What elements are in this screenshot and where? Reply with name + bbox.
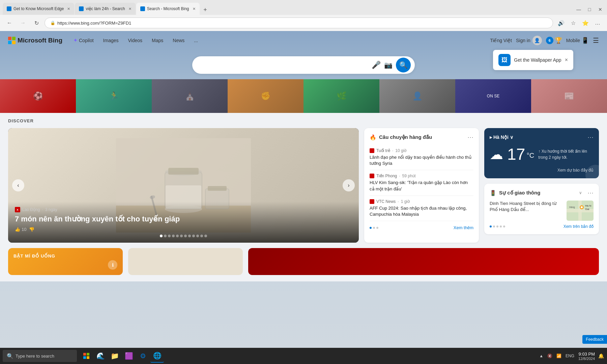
- read-aloud-button[interactable]: 🔊: [556, 18, 567, 28]
- collections-button[interactable]: ⭐: [580, 18, 591, 28]
- search-button[interactable]: 🔍: [396, 58, 411, 72]
- news-item-3[interactable]: VTC News · 1 giờ AFF Cup 2024: Sao nhập …: [370, 196, 473, 221]
- weather-location[interactable]: ▸ Hà Nội ∨: [490, 134, 513, 140]
- bottom-card-1[interactable]: BẬT MÍ ĐỒ UỐNG ℹ: [8, 248, 123, 275]
- article-prev-button[interactable]: ‹: [12, 179, 24, 191]
- article-dot-6[interactable]: [180, 235, 183, 237]
- microphone-icon[interactable]: 🎤: [372, 61, 381, 69]
- news-dot-1[interactable]: [370, 227, 372, 229]
- news-thumb-5[interactable]: 🌿: [304, 79, 379, 113]
- news-dot-2[interactable]: [373, 227, 375, 229]
- tab-1-close[interactable]: ✕: [67, 7, 70, 11]
- nav-copilot[interactable]: ✦ Copilot: [69, 35, 98, 46]
- traffic-dot-3[interactable]: [496, 225, 498, 228]
- article-dot-1[interactable]: [160, 235, 163, 237]
- bing-logo[interactable]: Microsoft Bing: [8, 37, 62, 44]
- taskbar-app-office[interactable]: 🟪: [122, 349, 136, 363]
- rewards-button[interactable]: 6 🏆: [546, 37, 562, 44]
- news-thumb-6[interactable]: 👤: [379, 79, 455, 113]
- taskbar-clock[interactable]: 9:03 PM 12/8/2024: [578, 352, 595, 361]
- traffic-dot-1[interactable]: [490, 225, 492, 228]
- nav-videos[interactable]: Videos: [124, 36, 147, 45]
- taskbar-search[interactable]: 🔍 Type here to search: [3, 350, 77, 362]
- news-thumb-7[interactable]: ON SE: [455, 79, 531, 113]
- news-item-1-time: 10 giờ: [395, 148, 406, 153]
- forward-button[interactable]: →: [18, 18, 28, 28]
- settings-button[interactable]: …: [592, 18, 603, 28]
- traffic-more-button[interactable]: ⋯: [587, 189, 594, 196]
- new-tab-button[interactable]: +: [200, 5, 210, 15]
- maximize-button[interactable]: □: [585, 5, 594, 13]
- article-dot-7[interactable]: [184, 235, 187, 237]
- bottom-card-3[interactable]: [248, 248, 599, 275]
- article-dot-5[interactable]: [176, 235, 179, 237]
- language-indicator[interactable]: ENG: [564, 354, 576, 358]
- minimize-button[interactable]: —: [575, 5, 583, 13]
- nav-news[interactable]: News: [169, 36, 189, 45]
- network-icon[interactable]: 📶: [555, 354, 563, 358]
- news-card-more-button[interactable]: ⋯: [467, 133, 473, 141]
- camera-search-icon[interactable]: 📷: [384, 61, 393, 69]
- main-article-card[interactable]: ‹ › X Lao Động · 3 ngày 7 món nên ăn thư…: [8, 128, 359, 243]
- wallpaper-popup-close-button[interactable]: ×: [565, 57, 568, 63]
- nav-images[interactable]: Images: [99, 36, 123, 45]
- article-dot-4[interactable]: [172, 235, 175, 237]
- address-input[interactable]: 🔒 https://www.bing.com/?FORM=Z9FD1: [45, 18, 553, 28]
- search-input[interactable]: [198, 62, 368, 68]
- refresh-button[interactable]: ↻: [31, 18, 42, 28]
- notification-button[interactable]: 🔔: [598, 353, 604, 359]
- article-dot-10[interactable]: [196, 235, 199, 237]
- tab-2-close[interactable]: ✕: [128, 7, 132, 11]
- tab-2[interactable]: việc làm 24h - Search ✕: [75, 3, 135, 15]
- signin-button[interactable]: Sign in 👤: [516, 36, 542, 45]
- like-button[interactable]: 👍 10: [15, 227, 26, 232]
- news-item-2[interactable]: Tiền Phong · 59 phút HLV Kim Sang-sik: '…: [370, 170, 473, 195]
- news-dot-3[interactable]: [376, 227, 378, 229]
- article-source: X Lao Động · 3 ngày: [15, 207, 352, 212]
- news-thumb-1[interactable]: ⚽: [0, 79, 76, 113]
- language-selector[interactable]: Tiếng Việt: [490, 38, 512, 43]
- close-window-button[interactable]: ✕: [596, 5, 604, 13]
- back-button[interactable]: ←: [4, 18, 15, 28]
- article-dot-9[interactable]: [192, 235, 195, 237]
- tab-3-close[interactable]: ✕: [193, 7, 196, 11]
- article-dot-3[interactable]: [168, 235, 171, 237]
- taskbar-app-edge[interactable]: 🌊: [94, 349, 107, 363]
- volume-icon[interactable]: 🔇: [546, 354, 554, 358]
- traffic-dot-4[interactable]: [500, 225, 502, 228]
- feedback-button[interactable]: Feedback: [582, 335, 607, 344]
- news-thumb-3[interactable]: ⛪: [152, 79, 228, 113]
- taskbar-app-edge-active[interactable]: 🌐: [150, 349, 164, 363]
- favorites-button[interactable]: ☆: [568, 18, 579, 28]
- map-link[interactable]: Xem trên bản đồ: [563, 224, 594, 229]
- weather-more-button[interactable]: ⋯: [587, 133, 594, 141]
- tab-3[interactable]: Search - Microsoft Bing ✕: [136, 3, 200, 15]
- hamburger-menu-button[interactable]: ☰: [593, 36, 599, 44]
- taskbar-app-5[interactable]: ⚙: [136, 349, 150, 363]
- tab-1[interactable]: Get to Know Microsoft Edge ✕: [3, 3, 74, 15]
- mobile-button[interactable]: Mobile 📱: [566, 37, 589, 44]
- nav-maps[interactable]: Maps: [148, 36, 167, 45]
- traffic-dot-2[interactable]: [493, 225, 495, 228]
- article-dot-8[interactable]: [188, 235, 191, 237]
- bottom-card-2[interactable]: [128, 248, 243, 275]
- article-next-button[interactable]: ›: [343, 179, 355, 191]
- news-thumb-2[interactable]: 🏃: [76, 79, 152, 113]
- news-thumb-4[interactable]: ✊: [228, 79, 304, 113]
- right-column: ▸ Hà Nội ∨ ⋯ ☁ 17 °C ↑: [484, 128, 599, 243]
- news-thumb-8[interactable]: 📰: [531, 79, 607, 113]
- taskbar-windows-button[interactable]: [80, 349, 93, 363]
- article-dot-11[interactable]: [200, 235, 203, 237]
- news-item-1[interactable]: Tuổi trẻ · 10 giờ Lãnh đạo phe nổi dậy t…: [370, 145, 473, 170]
- traffic-dot-5[interactable]: [503, 225, 505, 228]
- dislike-button[interactable]: 👎: [29, 227, 34, 232]
- traffic-map[interactable]: Hà N Gai Hàng: [567, 201, 594, 221]
- nav-more[interactable]: ...: [190, 36, 202, 45]
- info-icon[interactable]: ℹ: [108, 260, 117, 270]
- chevron-up-icon[interactable]: ▲: [538, 354, 545, 358]
- article-dot-12[interactable]: [204, 235, 207, 237]
- article-dot-2[interactable]: [164, 235, 167, 237]
- see-more-link[interactable]: Xem thêm: [454, 225, 473, 230]
- tab-bar-right: — □ ✕: [575, 5, 604, 15]
- taskbar-app-explorer[interactable]: 📁: [108, 349, 121, 363]
